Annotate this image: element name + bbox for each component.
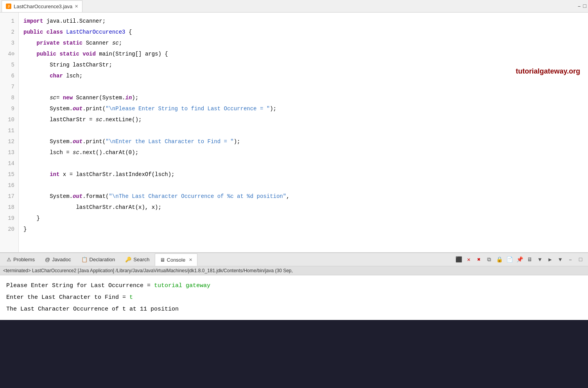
console-output: Please Enter String for Last Occurrence … — [0, 275, 588, 320]
code-editor[interactable]: import java.util.Scanner; public class L… — [19, 13, 588, 252]
arrow-down-btn[interactable]: ▼ — [536, 255, 544, 264]
monitor-btn[interactable]: 🖥 — [525, 255, 534, 264]
console-icon: 🖥 — [160, 257, 165, 263]
console-line-1: Please Enter String for Last Occurrence … — [6, 280, 582, 292]
stop-btn[interactable]: ⬛ — [454, 255, 463, 264]
problems-label: Problems — [13, 257, 35, 262]
java-file-icon: J — [6, 4, 11, 9]
tab-javadoc[interactable]: @ Javadoc — [40, 253, 76, 266]
restore-icon[interactable]: □ — [583, 3, 586, 9]
watermark: tutorialgateway.org — [516, 67, 580, 75]
panel-tab-bar: ⚠ Problems @ Javadoc 📋 Declaration 🔑 Sea… — [0, 253, 588, 266]
tab-search[interactable]: 🔑 Search — [120, 253, 154, 266]
javadoc-label: Javadoc — [52, 257, 71, 262]
console-value-1: tutorial gateway — [154, 282, 210, 289]
console-value-2: t — [129, 294, 133, 301]
javadoc-icon: @ — [45, 257, 50, 262]
tab-close-icon[interactable]: ✕ — [75, 4, 78, 9]
arrow-down2-btn[interactable]: ▼ — [556, 255, 565, 264]
arrow-right-btn[interactable]: ▶ — [546, 255, 554, 264]
copy-btn[interactable]: ⧉ — [485, 255, 493, 264]
lock-btn[interactable]: 🔒 — [495, 255, 504, 264]
problems-icon: ⚠ — [7, 257, 11, 262]
code-area: 1 2 3 4⊖ 5 6 7 8 9 10 11 12 13 14 15 16 … — [0, 13, 588, 252]
declaration-icon: 📋 — [81, 257, 88, 262]
line-numbers: 1 2 3 4⊖ 5 6 7 8 9 10 11 12 13 14 15 16 … — [0, 13, 19, 252]
scroll-btn[interactable]: 📄 — [505, 255, 514, 264]
console-label: Console — [167, 257, 186, 263]
editor-tab[interactable]: J LastCharOccurence3.java ✕ — [2, 0, 82, 12]
tab-filename: LastCharOccurence3.java — [14, 4, 72, 9]
minimize-icon[interactable]: – — [577, 3, 581, 9]
editor-panel: J LastCharOccurence3.java ✕ – □ 1 2 3 4⊖… — [0, 0, 588, 252]
bottom-panel: ⚠ Problems @ Javadoc 📋 Declaration 🔑 Sea… — [0, 252, 588, 320]
pin-btn[interactable]: 📌 — [515, 255, 524, 264]
remove-btn[interactable]: ✖ — [475, 255, 483, 264]
maximize-panel-btn[interactable]: □ — [576, 255, 585, 264]
declaration-label: Declaration — [90, 257, 115, 262]
console-line-2: Enter the Last Character to Find = t — [6, 292, 582, 304]
console-header: <terminated> LastCharOccurence2 [Java Ap… — [0, 266, 588, 275]
minimize-panel-btn[interactable]: – — [566, 255, 575, 264]
window-controls: – □ — [577, 3, 586, 9]
panel-toolbar: ⬛ ✕ ✖ ⧉ 🔒 📄 📌 🖥 ▼ ▶ ▼ – □ — [454, 255, 586, 264]
search-label: Search — [133, 257, 149, 262]
console-prompt-1: Please Enter String for Last Occurrence … — [6, 282, 154, 289]
terminate-btn[interactable]: ✕ — [464, 255, 473, 264]
tab-problems[interactable]: ⚠ Problems — [2, 253, 40, 266]
console-prompt-2: Enter the Last Character to Find = — [6, 294, 129, 301]
search-icon: 🔑 — [125, 257, 131, 262]
tab-declaration[interactable]: 📋 Declaration — [76, 253, 120, 266]
tab-bar: J LastCharOccurence3.java ✕ – □ — [0, 0, 588, 13]
console-close-icon[interactable]: ✕ — [189, 257, 192, 262]
tab-console[interactable]: 🖥 Console ✕ — [155, 253, 198, 266]
console-line-3: The Last Character Occurrence of t at 11… — [6, 304, 582, 315]
